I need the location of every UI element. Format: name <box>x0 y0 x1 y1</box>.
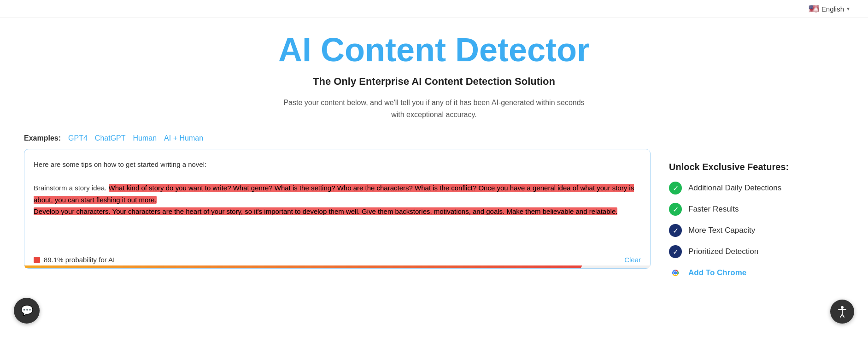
probability-bar-fill <box>24 265 582 268</box>
probability-text: 89.1% probability for AI <box>44 256 115 264</box>
add-to-chrome-link[interactable]: Add To Chrome <box>688 268 746 277</box>
check-icon-more-text: ✓ <box>669 224 682 237</box>
text-highlighted-1: What kind of story do you want to write?… <box>34 184 634 204</box>
svg-point-4 <box>841 306 844 309</box>
chat-icon: 💬 <box>21 305 33 317</box>
page-subtitle: The Only Enterprise AI Content Detection… <box>313 76 555 88</box>
text-plain-start: Here are some tips on how to get started… <box>34 160 206 168</box>
probability-indicator: 89.1% probability for AI <box>34 256 115 264</box>
textarea-footer: 89.1% probability for AI Clear <box>24 251 650 268</box>
text-display[interactable]: Here are some tips on how to get started… <box>24 149 650 251</box>
left-panel: Examples: GPT4 ChatGPT Human AI + Human … <box>24 134 651 269</box>
probability-bar-container <box>24 265 650 268</box>
main-content: AI Content Detector The Only Enterprise … <box>0 18 868 288</box>
language-selector[interactable]: 🇺🇸 English ▾ <box>809 4 850 14</box>
accessibility-button[interactable] <box>830 300 854 324</box>
chat-button[interactable]: 💬 <box>14 298 40 324</box>
check-icon-faster: ✓ <box>669 203 682 216</box>
features-title: Unlock Exclusive Features: <box>669 162 844 172</box>
feature-daily-detections: ✓ Additional Daily Detections <box>669 182 844 195</box>
example-chatgpt[interactable]: ChatGPT <box>95 134 126 142</box>
text-highlighted-2: Develop your characters. Your characters… <box>34 207 617 215</box>
chevron-down-icon: ▾ <box>847 6 850 12</box>
examples-label: Examples: <box>24 134 61 142</box>
page-description: Paste your content below, and we'll tell… <box>277 97 591 120</box>
probability-color-box <box>34 257 40 263</box>
right-panel: Unlock Exclusive Features: ✓ Additional … <box>669 134 844 288</box>
language-label: English <box>821 5 844 13</box>
chrome-item: Add To Chrome <box>669 266 844 279</box>
feature-faster-results: ✓ Faster Results <box>669 203 844 216</box>
feature-label-more-text: More Text Capacity <box>688 226 755 235</box>
header: 🇺🇸 English ▾ <box>0 0 868 18</box>
feature-label-faster: Faster Results <box>688 205 739 214</box>
svg-point-3 <box>674 271 677 275</box>
check-icon-prioritized: ✓ <box>669 245 682 258</box>
page-title: AI Content Detector <box>278 32 590 68</box>
text-brainstorm: Brainstorm a story idea. <box>34 184 109 192</box>
chrome-icon <box>669 266 682 279</box>
flag-icon: 🇺🇸 <box>809 4 819 14</box>
check-icon-daily: ✓ <box>669 182 682 195</box>
example-gpt4[interactable]: GPT4 <box>68 134 88 142</box>
example-ai-human[interactable]: AI + Human <box>164 134 203 142</box>
feature-more-text: ✓ More Text Capacity <box>669 224 844 237</box>
feature-label-prioritized: Prioritized Detection <box>688 247 758 256</box>
textarea-container[interactable]: Here are some tips on how to get started… <box>24 149 651 269</box>
feature-label-daily: Additional Daily Detections <box>688 183 781 193</box>
body-layout: Examples: GPT4 ChatGPT Human AI + Human … <box>10 134 858 288</box>
feature-prioritized: ✓ Prioritized Detection <box>669 245 844 258</box>
example-human[interactable]: Human <box>133 134 157 142</box>
examples-bar: Examples: GPT4 ChatGPT Human AI + Human <box>24 134 651 142</box>
accessibility-icon <box>836 305 849 318</box>
clear-button[interactable]: Clear <box>624 256 641 264</box>
